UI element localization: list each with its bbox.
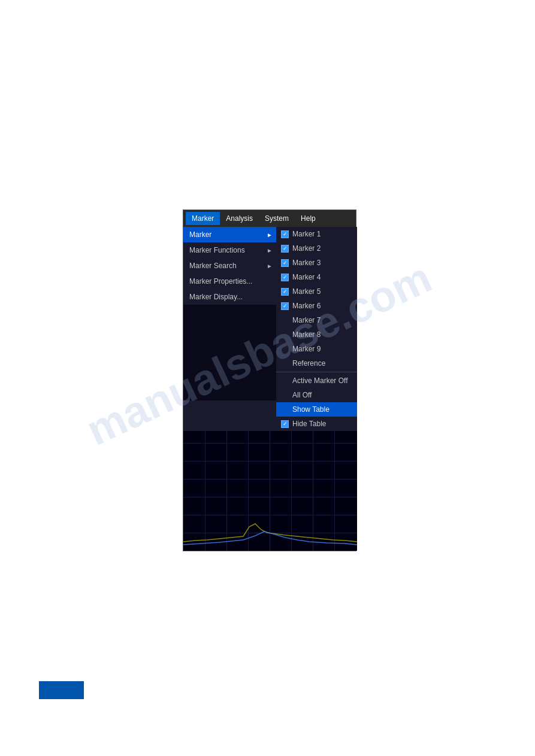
right-panel-item-active-marker-off[interactable]: Active Marker Off (276, 374, 357, 388)
label-marker3: Marker 3 (292, 259, 321, 267)
right-panel-item-marker1[interactable]: Marker 1 (276, 227, 357, 241)
checkbox-hide-table (281, 420, 289, 428)
left-panel-item-marker-search[interactable]: Marker Search ► (183, 258, 276, 274)
arrow-icon-marker-search: ► (267, 263, 273, 269)
right-panel: Marker 1 Marker 2 Marker 3 Marker 4 Mark… (276, 227, 357, 431)
label-active-marker-off: Active Marker Off (281, 377, 347, 385)
label-marker7: Marker 7 (281, 316, 321, 324)
label-reference: Reference (281, 359, 325, 368)
label-all-off: All Off (281, 391, 312, 399)
right-panel-item-marker4[interactable]: Marker 4 (276, 270, 357, 284)
left-panel-label-marker-functions: Marker Functions (189, 246, 245, 254)
label-marker9: Marker 9 (281, 345, 321, 353)
left-panel-item-marker-properties[interactable]: Marker Properties... (183, 274, 276, 289)
application-window: Marker Analysis System Help Marker ► Mar… (183, 210, 356, 551)
right-panel-item-marker2[interactable]: Marker 2 (276, 241, 357, 256)
menu-item-system[interactable]: System (259, 212, 295, 225)
right-panel-item-hide-table[interactable]: Hide Table (276, 417, 357, 431)
arrow-icon-marker-functions: ► (267, 247, 273, 254)
checkbox-marker5 (281, 288, 289, 296)
left-panel-label-marker: Marker (189, 230, 211, 239)
left-panel-item-marker-display[interactable]: Marker Display... (183, 289, 276, 305)
arrow-icon-marker: ► (267, 232, 273, 238)
menu-item-analysis[interactable]: Analysis (220, 212, 259, 225)
label-show-table: Show Table (281, 405, 330, 414)
left-panel-label-marker-properties: Marker Properties... (189, 277, 252, 286)
checkbox-marker3 (281, 259, 289, 267)
menu-item-marker[interactable]: Marker (186, 212, 220, 225)
signal-graph (183, 431, 357, 551)
left-panel-label-marker-display: Marker Display... (189, 293, 243, 301)
label-marker2: Marker 2 (292, 244, 321, 253)
right-panel-item-marker9[interactable]: Marker 9 (276, 342, 357, 356)
blue-rectangle (39, 681, 84, 699)
right-panel-item-all-off[interactable]: All Off (276, 388, 357, 402)
checkbox-marker6 (281, 302, 289, 310)
left-panel-label-marker-search: Marker Search (189, 262, 237, 270)
checkbox-marker4 (281, 274, 289, 281)
left-panel-item-marker[interactable]: Marker ► (183, 227, 276, 242)
label-marker6: Marker 6 (292, 302, 321, 310)
label-marker1: Marker 1 (292, 230, 321, 238)
right-panel-item-reference[interactable]: Reference (276, 356, 357, 371)
right-panel-item-show-table[interactable]: Show Table (276, 402, 357, 417)
label-marker4: Marker 4 (292, 273, 321, 281)
right-panel-item-marker7[interactable]: Marker 7 (276, 313, 357, 327)
menu-item-help[interactable]: Help (295, 212, 322, 225)
label-hide-table: Hide Table (292, 420, 326, 428)
right-panel-item-marker3[interactable]: Marker 3 (276, 256, 357, 270)
right-panel-item-marker8[interactable]: Marker 8 (276, 327, 357, 342)
dropdown-container: Marker ► Marker Functions ► Marker Searc… (183, 227, 356, 431)
left-panel-item-marker-functions[interactable]: Marker Functions ► (183, 242, 276, 258)
left-panel: Marker ► Marker Functions ► Marker Searc… (183, 227, 276, 431)
checkbox-marker1 (281, 230, 289, 238)
menu-bar: Marker Analysis System Help (183, 210, 356, 227)
graph-area (183, 431, 357, 551)
right-panel-item-marker6[interactable]: Marker 6 (276, 299, 357, 313)
checkbox-marker2 (281, 245, 289, 253)
right-panel-item-marker5[interactable]: Marker 5 (276, 284, 357, 299)
label-marker5: Marker 5 (292, 287, 321, 296)
divider-after-reference (276, 372, 357, 372)
label-marker8: Marker 8 (281, 330, 321, 339)
